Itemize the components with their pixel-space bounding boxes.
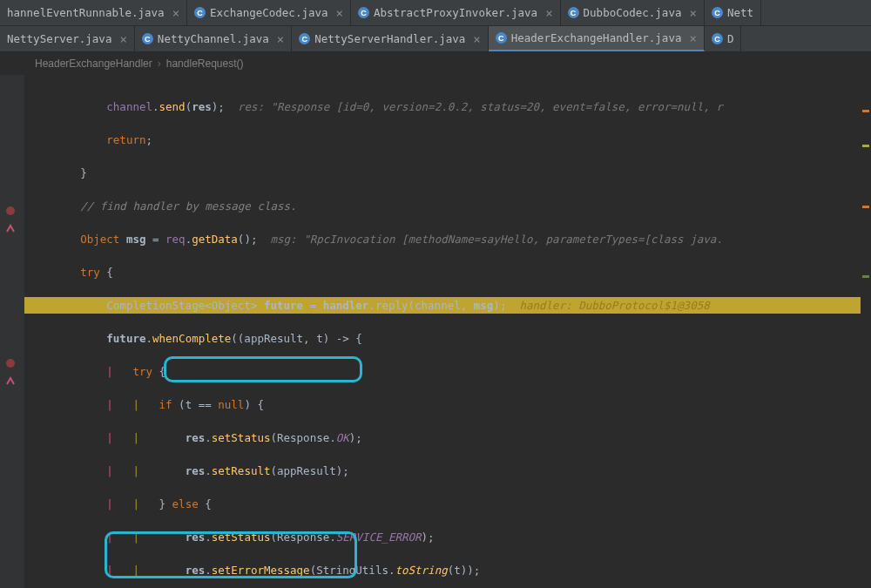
tok: { [199,497,212,510]
tok: (t)); [448,564,481,577]
tok: future [264,299,303,312]
tok: } [159,497,172,510]
tab-label: NettyChannel.java [158,32,269,45]
tok: res [186,564,206,577]
breadcrumb-method[interactable]: handleRequest() [166,57,244,70]
tok: ); [422,531,435,544]
close-icon[interactable]: × [273,32,284,46]
class-icon: C [568,7,579,18]
gutter [0,75,24,588]
inline-hint: res: "Response [id=0, version=2.0.2, sta… [238,100,723,113]
tok: msg [474,299,494,312]
stripe-mark[interactable] [862,275,869,278]
inline-hint: msg: "RpcInvocation [methodName=sayHello… [271,233,723,246]
class-icon: C [712,7,723,18]
tok: null [218,398,244,411]
tab-row-1: hannelEventRunnable.java× CExchangeCodec… [0,0,871,26]
tok: (StringUtils. [310,564,395,577]
tok: = [303,299,323,312]
class-icon: C [194,7,206,18]
tab-label: DubboCodec.java [584,6,682,19]
tok: setStatus [212,431,271,444]
tab-netty-channel[interactable]: CNettyChannel.java× [135,26,292,51]
tab-dubbo-codec[interactable]: CDubboCodec.java× [561,0,705,25]
tab-label: hannelEventRunnable.java [7,6,165,19]
code-area[interactable]: channel.send(res); res: "Response [id=0,… [24,75,871,588]
overrides-icon[interactable] [5,375,17,388]
tab-channel-event[interactable]: hannelEventRunnable.java× [0,0,187,25]
tok: return [106,133,145,146]
overrides-icon[interactable] [5,223,17,235]
tok: Object [80,233,119,246]
class-icon: C [142,33,153,44]
tok: if [159,398,172,411]
tok: req [165,233,186,246]
code-editor[interactable]: channel.send(res); res: "Response [id=0,… [0,75,871,588]
breadcrumb-class[interactable]: HeaderExchangeHandler [35,57,152,70]
close-icon[interactable]: × [116,32,126,46]
tok: try [132,365,152,378]
tok: getData [192,233,238,246]
close-icon[interactable]: × [685,31,696,45]
tok: else [172,497,199,510]
tok: toString [395,564,447,577]
inline-hint: handler: DubboProtocol$1@3058 [506,299,709,312]
stripe-mark[interactable] [862,206,869,208]
class-icon: C [358,7,369,18]
close-icon[interactable]: × [333,6,343,20]
close-icon[interactable]: × [169,6,179,20]
tok: ) { [244,398,264,411]
tok: ); [493,299,506,312]
chevron-right-icon: › [158,57,161,70]
tok: future [106,332,145,345]
tok: setResult [212,464,271,477]
comment: // find handler by message class. [80,199,296,213]
tab-label: NettyServerHandler.java [314,32,465,45]
tok: setErrorMessage [212,564,310,577]
class-icon: C [496,32,507,44]
breakpoint-icon[interactable] [5,206,17,218]
close-icon[interactable]: × [542,6,552,20]
class-icon: C [299,33,310,44]
close-icon[interactable]: × [469,32,480,46]
tok: try [80,266,100,279]
tok: (Response. [270,531,335,544]
tok: send [159,100,186,113]
tok: res [186,464,206,477]
tab-label: ExchangeCodec.java [210,6,327,19]
tab-label: AbstractProxyInvoker.java [374,6,537,19]
tok: ); [349,431,362,444]
tab-netty-server-handler[interactable]: CNettyServerHandler.java× [292,26,489,51]
tab-abstract-proxy[interactable]: CAbstractProxyInvoker.java× [351,0,561,25]
tab-label: HeaderExchangeHandler.java [511,31,682,44]
tok: res [186,431,206,444]
tok: res [186,531,206,544]
tok: .reply(channel, [368,299,473,312]
error-stripe[interactable] [861,75,871,588]
svg-point-0 [6,206,15,215]
tok: res [192,100,212,113]
tab-header-exchange-handler[interactable]: CHeaderExchangeHandler.java× [489,26,705,51]
tok: handler [323,299,369,312]
tok: setStatus [212,531,271,544]
tok: (appResult); [270,464,348,477]
tok: msg [126,233,146,246]
tok: channel [106,100,152,113]
tab-netty-partial[interactable]: CNett [705,0,761,25]
tab-d-partial[interactable]: CD [705,26,742,51]
tab-exchange-codec[interactable]: CExchangeCodec.java× [187,0,351,25]
tok: OK [336,431,349,444]
tab-netty-server[interactable]: NettyServer.java× [0,26,135,51]
stripe-mark[interactable] [862,145,869,147]
svg-point-1 [6,359,15,368]
tab-row-2: NettyServer.java× CNettyChannel.java× CN… [0,26,871,52]
tok: whenComplete [152,332,231,345]
stripe-mark[interactable] [862,110,869,112]
tok: (t == [172,398,219,411]
tok: (Response. [270,431,335,444]
tok: CompletionStage<Object> [106,299,264,312]
class-icon: C [712,33,723,44]
tab-label: NettyServer.java [7,32,111,45]
close-icon[interactable]: × [685,6,696,20]
breakpoint-icon[interactable] [5,358,17,370]
